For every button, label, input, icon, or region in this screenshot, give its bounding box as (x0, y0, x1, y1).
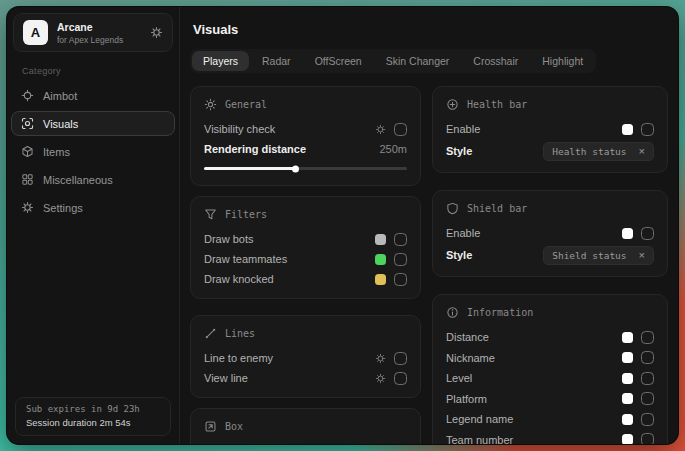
tab-skin-changer[interactable]: Skin Changer (375, 51, 461, 71)
scan-icon (21, 117, 34, 130)
legend-name-row: Legend name (446, 409, 654, 430)
info-icon (446, 306, 459, 319)
line-to-enemy-row: Line to enemy (204, 348, 407, 368)
sidebar-item-miscellaneous[interactable]: Miscellaneous (11, 167, 175, 192)
row-gear-icon[interactable] (375, 373, 386, 384)
app-logo: A (23, 20, 48, 45)
sidebar-item-label: Settings (43, 202, 83, 214)
level-checkbox[interactable] (641, 372, 654, 385)
information-card: Information Distance Nickname (432, 294, 668, 444)
visibility-check-row: Visibility check (204, 119, 407, 139)
app-window: A Arcane for Apex Legends Category Aimbo… (7, 7, 678, 444)
level-row: Level (446, 368, 654, 389)
sidebar-item-visuals[interactable]: Visuals (11, 111, 175, 136)
team-number-checkbox[interactable] (641, 433, 654, 444)
shield-enable-checkbox[interactable] (641, 227, 654, 240)
sidebar-item-items[interactable]: Items (11, 139, 175, 164)
close-icon[interactable]: × (639, 251, 645, 260)
funnel-icon (204, 208, 217, 221)
rendering-distance-row: Rendering distance 250m (204, 139, 407, 159)
tab-radar[interactable]: Radar (251, 51, 302, 71)
gear-icon (21, 201, 34, 214)
platform-row: Platform (446, 389, 654, 410)
sidebar-item-label: Miscellaneous (43, 174, 113, 186)
view-line-row: View line (204, 368, 407, 388)
draw-bots-checkbox[interactable] (394, 233, 407, 246)
main-content: Visuals Players Radar OffScreen Skin Cha… (180, 7, 678, 444)
tab-crosshair[interactable]: Crosshair (462, 51, 529, 71)
draw-teammates-checkbox[interactable] (394, 253, 407, 266)
sun-icon (204, 98, 217, 111)
row-gear-icon[interactable] (375, 353, 386, 364)
platform-checkbox[interactable] (641, 392, 654, 405)
draw-teammates-row: Draw teammates (204, 249, 407, 269)
diagonal-line-icon (204, 327, 217, 340)
general-card: General Visibility check Rendering dista… (190, 86, 421, 186)
color-swatch[interactable] (622, 352, 633, 363)
app-title: Arcane (57, 21, 141, 33)
card-title: General (225, 99, 267, 110)
color-swatch[interactable] (622, 124, 633, 135)
color-swatch[interactable] (622, 434, 633, 444)
app-subtitle: for Apex Legends (57, 35, 141, 45)
sidebar-item-aimbot[interactable]: Aimbot (11, 83, 175, 108)
view-line-checkbox[interactable] (394, 372, 407, 385)
box-frame-icon (204, 420, 217, 433)
draw-bots-row: Draw bots (204, 229, 407, 249)
shield-style-row: Style Shield status × (446, 243, 654, 267)
distance-row: Distance (446, 327, 654, 348)
tab-offscreen[interactable]: OffScreen (304, 51, 373, 71)
health-enable-row: Enable (446, 119, 654, 139)
card-title: Information (467, 307, 533, 318)
sidebar-item-label: Visuals (43, 118, 78, 130)
filters-card: Filters Draw bots Draw teammates (190, 196, 421, 299)
health-style-select[interactable]: Health status × (543, 142, 654, 161)
health-style-row: Style Health status × (446, 139, 654, 163)
nickname-row: Nickname (446, 348, 654, 369)
tab-players[interactable]: Players (192, 51, 249, 71)
settings-gear-icon[interactable] (150, 26, 163, 39)
draw-knocked-row: Draw knocked (204, 269, 407, 289)
page-title: Visuals (193, 22, 668, 37)
color-swatch[interactable] (622, 373, 633, 384)
health-enable-checkbox[interactable] (641, 123, 654, 136)
visibility-check-checkbox[interactable] (394, 123, 407, 136)
grid-icon (21, 173, 34, 186)
sub-expires-text: Sub expires in 9d 23h (26, 404, 160, 414)
color-swatch[interactable] (375, 274, 386, 285)
subscription-info-card: Sub expires in 9d 23h Session duration 2… (15, 397, 171, 436)
shield-style-select[interactable]: Shield status × (543, 246, 654, 265)
card-title: Filters (225, 209, 267, 220)
session-duration-text: Session duration 2m 54s (26, 417, 160, 428)
line-to-enemy-checkbox[interactable] (394, 352, 407, 365)
tab-highlight[interactable]: Highlight (531, 51, 594, 71)
draw-knocked-checkbox[interactable] (394, 273, 407, 286)
row-gear-icon[interactable] (375, 124, 386, 135)
shield-icon (446, 202, 459, 215)
shield-enable-row: Enable (446, 223, 654, 243)
legend-name-checkbox[interactable] (641, 413, 654, 426)
color-swatch[interactable] (375, 234, 386, 245)
shield-bar-card: Shield bar Enable Style Shield status (432, 190, 668, 277)
card-title: Lines (225, 328, 255, 339)
close-icon[interactable]: × (639, 147, 645, 156)
slider-thumb[interactable] (292, 165, 299, 172)
nickname-checkbox[interactable] (641, 351, 654, 364)
rendering-distance-slider[interactable] (204, 167, 407, 170)
color-swatch[interactable] (622, 332, 633, 343)
color-swatch[interactable] (622, 393, 633, 404)
cube-icon (21, 145, 34, 158)
team-number-row: Team number (446, 430, 654, 445)
color-swatch[interactable] (622, 228, 633, 239)
rendering-distance-value: 250m (379, 143, 407, 155)
sidebar-nav: Aimbot Visuals Items Miscellaneous (7, 83, 179, 220)
distance-checkbox[interactable] (641, 331, 654, 344)
color-swatch[interactable] (622, 414, 633, 425)
color-swatch[interactable] (375, 254, 386, 265)
lines-card: Lines Line to enemy View line (190, 315, 421, 398)
sidebar-item-settings[interactable]: Settings (11, 195, 175, 220)
sidebar-item-label: Items (43, 146, 70, 158)
card-title: Box (225, 421, 243, 432)
health-icon (446, 98, 459, 111)
sidebar-item-label: Aimbot (43, 90, 77, 102)
